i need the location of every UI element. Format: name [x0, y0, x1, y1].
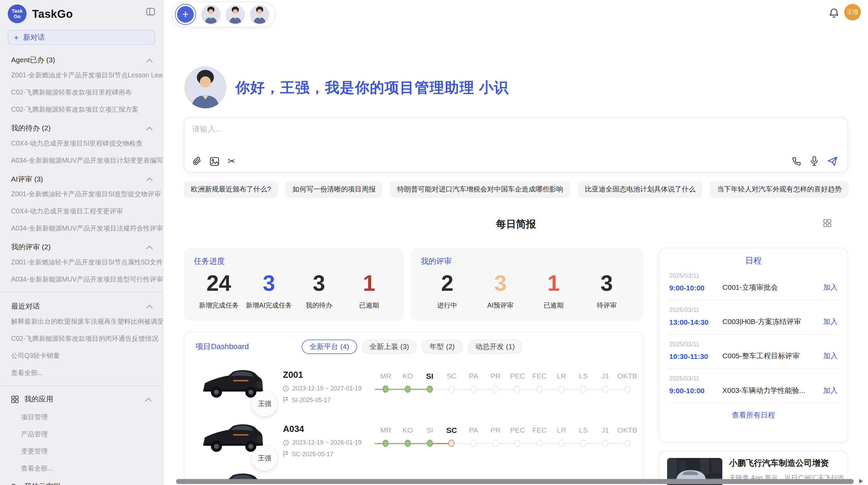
suggestion-chip[interactable]: 当下年轻人对汽车外观有怎样的喜好趋势 [710, 181, 849, 198]
recent-chat-item[interactable]: C02-飞腾新能源轻客改款项目的闭环通告反馈情况 [0, 330, 163, 347]
notification-bell-icon[interactable] [829, 7, 839, 18]
section-my-review[interactable]: 我的评审 (2) [0, 237, 163, 254]
project-row-a034[interactable]: 王强 A034 2023-12-19 ~ 2026-01-19 SC- [195, 414, 643, 468]
attachment-icon[interactable] [193, 157, 202, 166]
stat-value: 1 [344, 270, 394, 297]
chevron-up-icon [145, 397, 152, 401]
milestone-dot[interactable] [537, 440, 543, 447]
suggestion-chips: 欧洲新规最近颁布了什么? 如何写一份清晰的项目周报 特朗普可能对进口汽车增税会对… [184, 181, 851, 198]
milestone-dot[interactable] [426, 386, 433, 393]
my-apps-header[interactable]: 我的应用 [0, 390, 163, 409]
send-icon[interactable] [828, 156, 837, 165]
tab-new-body[interactable]: 全新上装 (3) [362, 339, 417, 354]
my-cloud-space[interactable]: 我的云空间 [0, 477, 163, 485]
milestone-dot[interactable] [515, 386, 521, 393]
join-link[interactable]: 加入 [823, 317, 837, 327]
user-avatar[interactable]: 王强 [844, 4, 861, 20]
assistant-avatar-2[interactable] [226, 5, 245, 24]
event-name: C001-立项审批会 [722, 283, 823, 293]
assistant-avatar-3[interactable] [250, 5, 269, 24]
scissors-icon[interactable]: ✂ [228, 157, 236, 166]
new-session-button[interactable]: + [175, 4, 196, 25]
milestone-dot[interactable] [405, 440, 411, 447]
sidebar-item[interactable]: C02-飞腾新能源轻客改款项目里程碑画布 [0, 84, 163, 101]
milestone-dot[interactable] [580, 386, 587, 393]
sidebar-collapse-icon[interactable] [146, 8, 155, 16]
join-link[interactable]: 加入 [823, 351, 837, 361]
sidebar-item[interactable]: A034-全新新能源MUV产品开发项目法规符合性评审 [0, 220, 163, 237]
new-chat-button[interactable]: + 新对话 [8, 30, 155, 45]
milestone-dot[interactable] [426, 440, 433, 447]
milestone-dot[interactable] [624, 386, 630, 393]
section-my-todo[interactable]: 我的待办 (2) [0, 119, 163, 135]
sidebar-item[interactable]: A034-全新新能源MUV产品开发项目造型可行性评审 [0, 271, 163, 288]
sidebar-item[interactable]: Z001-全新燃油轻卡产品开发项目SI造型提交物评审 [0, 186, 163, 203]
sidebar-item[interactable]: A034-全新新能源MUV产品开发项目计划变更表编写 [0, 152, 163, 169]
app-item-product[interactable]: 产品管理 [0, 426, 163, 443]
join-link[interactable]: 加入 [823, 283, 837, 293]
phone-icon[interactable] [792, 156, 801, 165]
milestone-label-current: SC [441, 425, 462, 435]
app-item-project[interactable]: 项目管理 [0, 409, 163, 426]
tab-model-year[interactable]: 年型 (2) [422, 339, 462, 354]
milestone-dot[interactable] [471, 440, 477, 447]
suggestion-chip[interactable]: 如何写一份清晰的项目周报 [285, 181, 383, 198]
tab-powertrain[interactable]: 动总开发 (1) [468, 339, 523, 354]
sidebar-item[interactable]: C02-飞腾新能源轻客改款项目立项汇报方案 [0, 101, 163, 119]
milestone-dot[interactable] [471, 386, 477, 393]
tab-new-platform[interactable]: 全新平台 (4) [302, 339, 357, 354]
sidebar-item[interactable]: C0X4-动力总成开发项目工程变更评审 [0, 203, 163, 220]
section-recent-chats[interactable]: 最近对话 [0, 297, 163, 313]
milestone-dot[interactable] [558, 386, 565, 393]
stat-label: 新增完成任务 [194, 301, 244, 310]
news-title: 小鹏飞行汽车制造公司增资 [729, 458, 848, 469]
chevron-up-icon [146, 177, 153, 181]
chevron-up-icon [146, 304, 153, 308]
daily-briefing-title: 每日简报 [184, 217, 848, 231]
suggestion-chip[interactable]: 欧洲新规最近颁布了什么? [184, 181, 278, 198]
milestone-dot[interactable] [383, 440, 389, 447]
join-link[interactable]: 加入 [823, 386, 837, 396]
horizontal-scrollbar[interactable] [176, 479, 854, 484]
milestone-dot-overdue[interactable] [449, 440, 455, 447]
milestone-dot[interactable] [405, 386, 411, 393]
assistant-avatar-1[interactable] [202, 5, 220, 24]
image-icon[interactable] [210, 157, 219, 166]
milestone-dot[interactable] [580, 440, 587, 447]
milestone-dot[interactable] [515, 440, 521, 447]
recent-chat-item[interactable]: 公司Q3轻卡销量 [0, 347, 163, 364]
divider [0, 292, 163, 293]
suggestion-chip[interactable]: 特朗普可能对进口汽车增税会对中国车企造成哪些影响 [390, 181, 570, 198]
milestone-dot[interactable] [449, 386, 455, 393]
suggestion-chip[interactable]: 比亚迪全固态电池计划具体说了什么 [578, 181, 703, 198]
app-item-change[interactable]: 变更管理 [0, 443, 163, 460]
section-ai-review[interactable]: AI评审 (3) [0, 169, 163, 186]
milestone-dot[interactable] [493, 440, 499, 447]
chevron-up-icon [146, 245, 153, 249]
layout-grid-icon[interactable] [823, 219, 831, 227]
milestone-dot[interactable] [602, 386, 608, 393]
project-row-z001[interactable]: 王强 Z001 2023-12-19 ~ 2027-01-19 SI- [195, 360, 643, 414]
sidebar-item[interactable]: Z001-全新燃油轻卡产品开发项目SI节点属性5D文件评审 [0, 254, 163, 271]
milestone-dot[interactable] [383, 386, 389, 393]
sidebar-item[interactable]: Z001-全新燃油皮卡产品开发项目SI节点Lesson Learn报告 [0, 67, 163, 84]
project-dates: 2023-12-19 ~ 2027-01-19 [292, 385, 362, 391]
plus-icon: + [14, 33, 19, 41]
section-agent-done[interactable]: Agent已办 (3) [0, 50, 163, 67]
recent-view-all[interactable]: 查看全部... [0, 364, 163, 382]
view-all-schedule-link[interactable]: 查看所有日程 [668, 403, 839, 427]
chat-input[interactable] [191, 123, 802, 157]
microphone-icon[interactable] [810, 156, 818, 166]
sidebar-item[interactable]: C0X4-动力总成开发项目SI里程碑提交物检查 [0, 135, 163, 152]
logo-text-top: Task [12, 8, 23, 14]
milestone-dot[interactable] [537, 386, 543, 393]
recent-chat-item[interactable]: 解释最新出台的欧盟报废车法规再生塑料比例被调至15%... [0, 313, 163, 330]
schedule-title: 日程 [668, 256, 839, 266]
milestone-dot[interactable] [602, 440, 608, 447]
apps-view-all[interactable]: 查看全部... [0, 460, 163, 477]
milestone-dot[interactable] [558, 440, 565, 447]
card-title: 任务进度 [194, 257, 394, 266]
scrollbar-right-arrow[interactable] [859, 479, 863, 483]
milestone-dot[interactable] [624, 440, 630, 447]
milestone-dot[interactable] [493, 386, 499, 393]
